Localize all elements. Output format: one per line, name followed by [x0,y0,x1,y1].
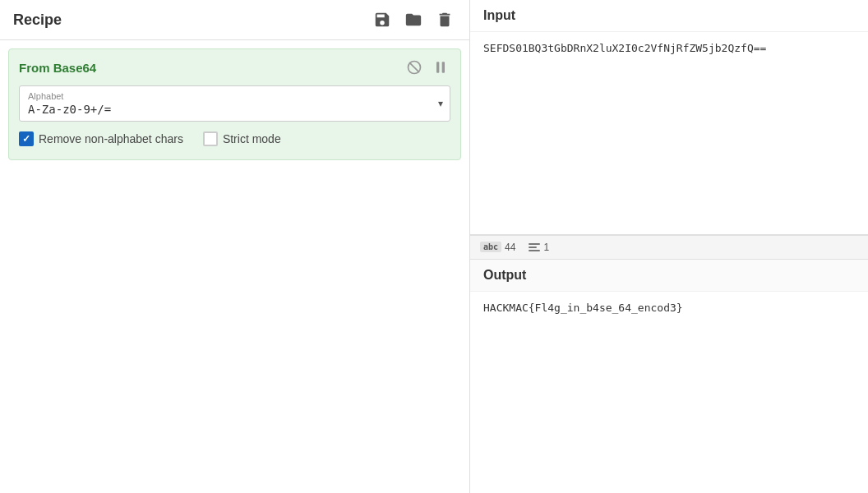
strict-mode-box[interactable] [203,131,218,146]
remove-nonalpha-label: Remove non-alphabet chars [39,132,183,145]
remove-nonalpha-box[interactable] [19,131,34,146]
clear-button[interactable] [433,8,456,31]
alphabet-value: A-Za-z0-9+/= [28,103,425,116]
operation-card: From Base64 [8,48,461,160]
input-header: Input [470,0,868,32]
options-row: Remove non-alphabet chars Strict mode [19,131,450,146]
svg-rect-3 [442,62,445,72]
remove-nonalpha-checkbox[interactable]: Remove non-alphabet chars [19,131,183,146]
svg-line-1 [409,62,419,72]
left-panel: Recipe From Base64 [0,0,470,493]
recipe-toolbar [371,8,456,31]
alphabet-label: Alphabet [28,91,425,101]
chevron-down-icon: ▾ [438,98,443,109]
char-count: 44 [505,242,515,253]
input-section: Input SEFDS01BQ3tGbDRnX2luX2I0c2VfNjRfZW… [470,0,868,235]
right-panel: Input SEFDS01BQ3tGbDRnX2luX2I0c2VfNjRfZW… [470,0,868,493]
input-content[interactable]: SEFDS01BQ3tGbDRnX2luX2I0c2VfNjRfZW5jb2Qz… [470,32,868,234]
open-button[interactable] [402,8,425,31]
output-content[interactable]: HACKMAC{Fl4g_in_b4se_64_encod3} [470,292,868,494]
line-count-item: 1 [529,242,549,253]
alphabet-wrapper: Alphabet A-Za-z0-9+/= ▾ [19,85,450,122]
svg-rect-2 [436,62,439,72]
char-count-item: abc 44 [480,242,515,253]
alphabet-dropdown[interactable]: Alphabet A-Za-z0-9+/= ▾ [19,85,450,122]
disable-button[interactable] [404,58,424,77]
abc-badge: abc [480,242,501,252]
output-header: Output [470,260,868,292]
save-button[interactable] [371,8,394,31]
operation-header: From Base64 [19,58,450,77]
lines-icon [529,243,540,251]
output-section: Output HACKMAC{Fl4g_in_b4se_64_encod3} [470,260,868,494]
pause-button[interactable] [431,58,450,77]
operation-controls [404,58,450,77]
status-bar: abc 44 1 [470,235,868,260]
line-count: 1 [543,242,549,253]
recipe-title: Recipe [13,12,62,29]
recipe-header: Recipe [0,0,469,40]
operation-title: From Base64 [19,61,96,75]
strict-mode-checkbox[interactable]: Strict mode [203,131,281,146]
strict-mode-label: Strict mode [223,132,281,145]
